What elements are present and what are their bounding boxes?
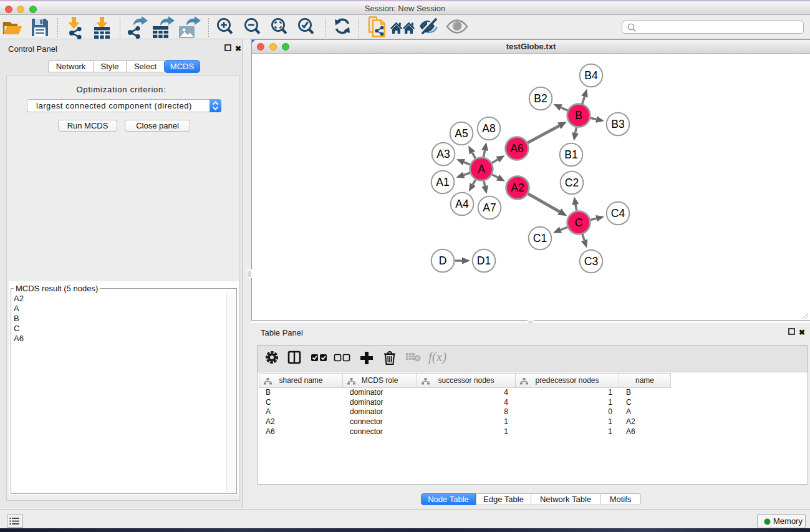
svg-text:A4: A4 [455, 198, 469, 210]
svg-text:A1: A1 [436, 176, 449, 188]
svg-text:B3: B3 [611, 118, 624, 130]
svg-text:A2: A2 [511, 181, 524, 194]
svg-text:B1: B1 [564, 148, 577, 161]
svg-text:C3: C3 [584, 255, 598, 268]
svg-text:B2: B2 [534, 92, 547, 105]
svg-text:A8: A8 [482, 122, 495, 135]
svg-text:A5: A5 [455, 127, 468, 140]
svg-text:D1: D1 [477, 254, 491, 267]
svg-text:A: A [478, 163, 485, 175]
svg-text:D: D [439, 254, 447, 267]
svg-text:C4: C4 [611, 207, 625, 220]
svg-text:C: C [575, 216, 583, 229]
svg-text:A7: A7 [483, 201, 496, 214]
svg-text:B4: B4 [584, 69, 598, 82]
svg-text:A6: A6 [510, 142, 523, 155]
svg-text:C2: C2 [565, 177, 579, 189]
svg-text:B: B [575, 109, 582, 122]
svg-text:C1: C1 [533, 232, 547, 244]
svg-text:A3: A3 [436, 148, 450, 160]
